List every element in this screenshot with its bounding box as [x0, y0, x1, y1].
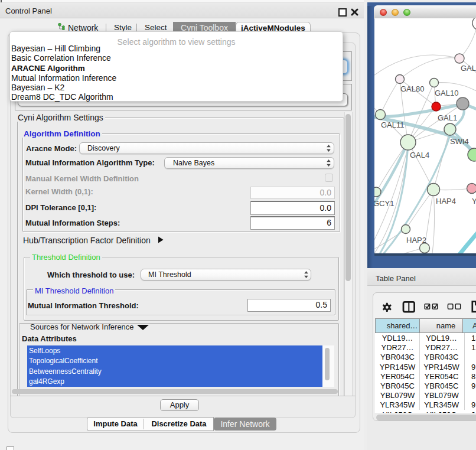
svg-text:GAL80: GAL80: [461, 64, 476, 73]
svg-text:GAL4: GAL4: [410, 151, 429, 159]
svg-text:GCY1: GCY1: [374, 199, 394, 208]
svg-text:SWI4: SWI4: [450, 137, 469, 146]
svg-text:YM: YM: [472, 197, 476, 206]
svg-text:HAP4: HAP4: [436, 197, 456, 206]
svg-text:GAL11: GAL11: [381, 120, 405, 129]
svg-text:GAL1: GAL1: [438, 113, 457, 122]
svg-text:HAP2: HAP2: [406, 236, 426, 244]
svg-text:GAL80: GAL80: [400, 84, 424, 93]
svg-text:GAL10: GAL10: [435, 89, 458, 97]
